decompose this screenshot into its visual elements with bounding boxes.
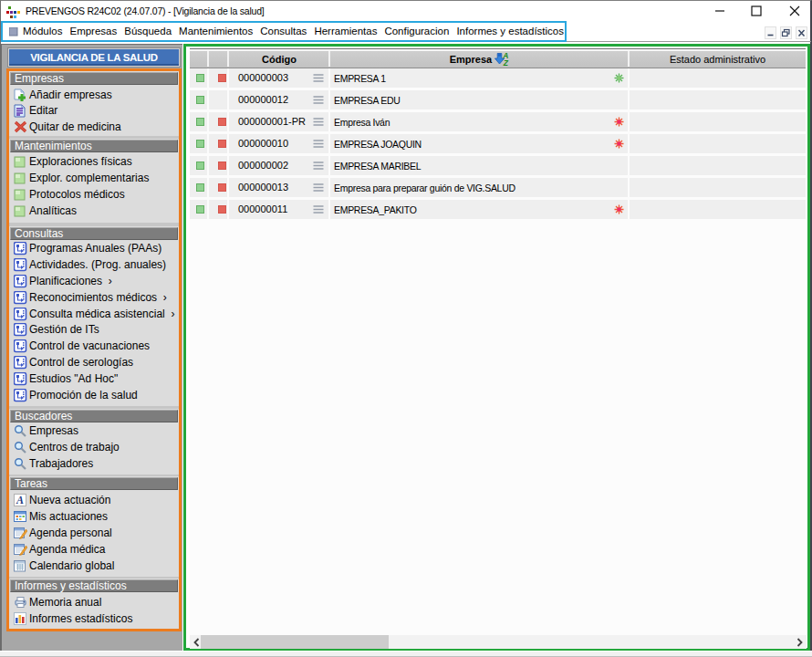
svg-text:Z: Z [503, 58, 509, 66]
svg-text:A: A [16, 494, 24, 506]
